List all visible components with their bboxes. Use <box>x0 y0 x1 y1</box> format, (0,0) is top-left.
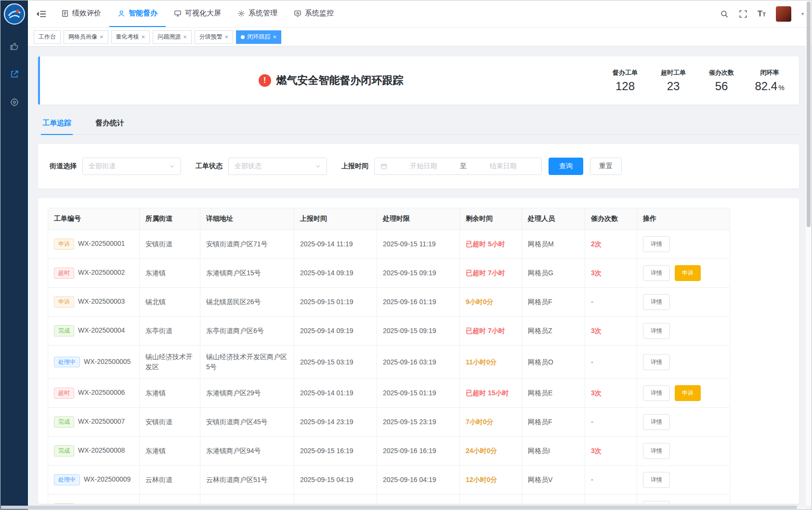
status-select[interactable]: 全部状态 <box>228 158 327 175</box>
street-cell: 羊尖镇 <box>140 495 200 504</box>
col-urge-count: 催办次数 <box>585 208 637 230</box>
detail-button[interactable]: 详情 <box>643 501 670 504</box>
target-icon[interactable] <box>9 97 20 107</box>
start-date-input[interactable]: 开始日期 <box>391 162 456 171</box>
report-icon <box>61 10 69 17</box>
detail-button[interactable]: 详情 <box>643 265 670 281</box>
actions-cell: 详情 <box>637 466 730 495</box>
search-button[interactable]: 查询 <box>549 158 583 175</box>
urge-cell: 3次 <box>585 379 637 408</box>
nav-item-performance[interactable]: 绩效评价 <box>53 0 109 27</box>
vertical-scrollbar-thumb[interactable] <box>807 1 811 227</box>
status-tag: 完成 <box>54 416 74 427</box>
address-cell: 东港镇商户区29号 <box>200 379 294 408</box>
urge-cell: 2次 <box>585 495 637 504</box>
reset-button[interactable]: 重置 <box>590 158 622 175</box>
stat-label: 催办次数 <box>707 68 736 77</box>
actions-cell: 详情申诉 <box>637 259 730 288</box>
close-icon[interactable]: × <box>273 34 276 40</box>
deadline-cell: 2025-09-16 01:19 <box>377 288 460 317</box>
deadline-cell: 2025-09-16 03:19 <box>377 346 460 379</box>
detail-button[interactable]: 详情 <box>643 472 670 488</box>
font-size-icon[interactable]: TT <box>758 10 766 18</box>
stat-value: 82.4% <box>755 80 785 93</box>
detail-button[interactable]: 详情 <box>643 414 670 430</box>
order-id: WX-202500007 <box>78 417 125 425</box>
table-header-row: 工单编号 所属街道 详细地址 上报时间 处理时限 剩余时间 处理人员 催办次数 … <box>48 208 730 230</box>
tag-problem-tracing[interactable]: 问题溯源 × <box>153 30 192 44</box>
detail-button[interactable]: 详情 <box>643 294 670 310</box>
actions-cell: 详情 <box>637 346 730 379</box>
order-id-cell: 申诉WX-202500003 <box>48 288 140 317</box>
tab-supervision-stats[interactable]: 督办统计 <box>94 113 126 135</box>
nav-item-dashboard-screen[interactable]: 可视化大屏 <box>166 0 229 27</box>
tag-workbench[interactable]: 工作台 <box>34 30 61 44</box>
order-id: WX-202500008 <box>78 446 125 454</box>
street-filter-label: 街道选择 <box>50 162 77 171</box>
nav-item-label: 绩效评价 <box>72 9 101 18</box>
close-icon[interactable]: × <box>142 34 145 40</box>
street-select[interactable]: 全部街道 <box>82 158 181 175</box>
col-report-time: 上报时间 <box>294 208 377 230</box>
appeal-button[interactable]: 申诉 <box>675 385 701 401</box>
tag-grid-member-profile[interactable]: 网格员画像 × <box>64 30 108 44</box>
tag-quantified-assessment[interactable]: 量化考核 × <box>111 30 150 44</box>
tag-closed-loop-tracking[interactable]: 闭环跟踪 × <box>236 30 281 44</box>
avatar[interactable] <box>776 6 791 22</box>
status-tag: 完成 <box>54 325 74 336</box>
table-row: 处理中WX-202500009 云林街道 云林街道商户区51号 2025-09-… <box>48 466 730 495</box>
report-time-cell: 2025-09-14 23:19 <box>294 408 377 437</box>
work-order-table: 工单编号 所属街道 详细地址 上报时间 处理时限 剩余时间 处理人员 催办次数 … <box>48 208 730 504</box>
detail-button[interactable]: 详情 <box>643 385 670 401</box>
collapse-menu-icon[interactable] <box>37 10 46 18</box>
nav-item-system-management[interactable]: 系统管理 <box>229 0 286 27</box>
remaining-cell: 11小时0分 <box>460 346 522 379</box>
col-remaining: 剩余时间 <box>460 208 522 230</box>
order-id: WX-202500009 <box>84 475 131 483</box>
detail-button[interactable]: 详情 <box>643 354 670 370</box>
col-actions: 操作 <box>637 208 730 230</box>
detail-button[interactable]: 详情 <box>643 443 670 459</box>
external-link-icon[interactable] <box>9 69 20 80</box>
app-logo[interactable] <box>4 3 25 25</box>
tab-order-tracking[interactable]: 工单追踪 <box>41 113 73 135</box>
handler-cell: 网格员E <box>522 379 585 408</box>
report-time-cell: 2025-09-15 04:19 <box>294 466 377 495</box>
close-icon[interactable]: × <box>183 34 187 40</box>
title-wrap: ! 燃气安全智能督办闭环跟踪 <box>52 73 610 88</box>
fullscreen-icon[interactable] <box>739 10 747 18</box>
tag-label: 问题溯源 <box>157 33 181 41</box>
appeal-button[interactable]: 申诉 <box>675 265 701 281</box>
tag-graded-warning[interactable]: 分级预警 × <box>195 30 234 44</box>
address-cell: 安镇街道商户区45号 <box>200 408 294 437</box>
screen-icon <box>174 10 182 17</box>
close-icon[interactable]: × <box>100 34 104 40</box>
report-time-cell: 2025-09-15 01:19 <box>294 288 377 317</box>
urge-cell: 3次 <box>585 259 637 288</box>
search-icon[interactable] <box>720 10 729 18</box>
date-range-picker[interactable]: 开始日期 至 结束日期 <box>374 158 542 175</box>
urge-cell: 2次 <box>585 230 637 259</box>
address-cell: 安镇街道商户区71号 <box>200 230 294 259</box>
order-id-cell: 完成WX-202500004 <box>48 317 140 346</box>
stat-label: 超时工单 <box>658 68 688 77</box>
horizontal-scrollbar-track[interactable] <box>1 506 805 509</box>
user-icon <box>118 10 125 17</box>
report-time-cell: 2025-09-14 11:19 <box>294 230 377 259</box>
end-date-input[interactable]: 结束日期 <box>471 162 536 171</box>
nav-item-smart-supervision[interactable]: 智能督办 <box>109 0 166 27</box>
stat-value: 23 <box>658 80 688 93</box>
sub-tabs: 工单追踪 督办统计 <box>38 113 799 135</box>
handler-cell: 网格员Z <box>522 317 585 346</box>
thumbs-up-icon[interactable] <box>9 41 20 52</box>
close-icon[interactable]: × <box>225 34 229 40</box>
detail-button[interactable]: 详情 <box>643 323 670 339</box>
handler-cell: 网格员G <box>522 259 585 288</box>
street-filter-group: 街道选择 全部街道 <box>50 158 181 175</box>
horizontal-scrollbar-thumb[interactable] <box>1 506 797 509</box>
handler-cell: 网格员I <box>522 437 585 466</box>
caret-down-icon[interactable]: ▾ <box>801 11 804 16</box>
nav-item-system-monitor[interactable]: 系统监控 <box>286 0 342 27</box>
status-tag: 申诉 <box>54 296 74 307</box>
detail-button[interactable]: 详情 <box>643 236 670 252</box>
